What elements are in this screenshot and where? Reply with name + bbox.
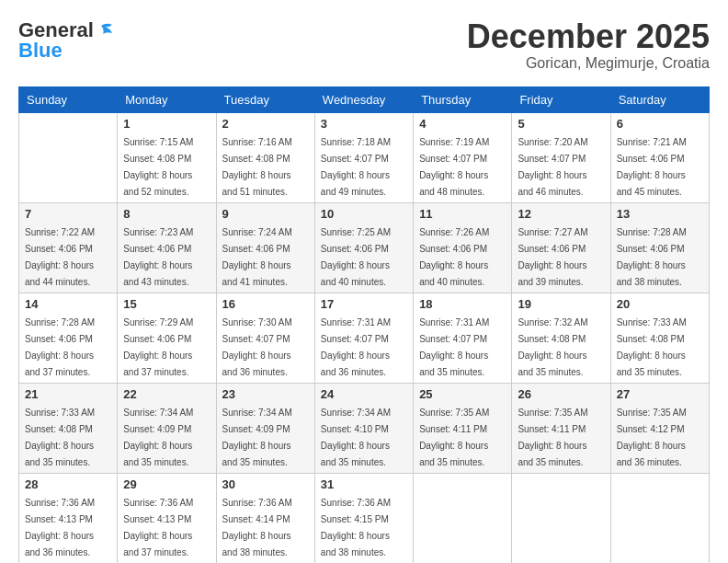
day-info: Sunrise: 7:34 AMSunset: 4:09 PMDaylight:… bbox=[222, 408, 292, 467]
calendar-cell bbox=[610, 473, 709, 563]
day-number: 23 bbox=[222, 387, 309, 401]
day-number: 6 bbox=[617, 117, 703, 131]
calendar-cell: 12 Sunrise: 7:27 AMSunset: 4:06 PMDaylig… bbox=[512, 202, 610, 293]
day-info: Sunrise: 7:26 AMSunset: 4:06 PMDaylight:… bbox=[419, 227, 489, 287]
day-info: Sunrise: 7:30 AMSunset: 4:07 PMDaylight:… bbox=[222, 317, 292, 377]
calendar-cell: 20 Sunrise: 7:33 AMSunset: 4:08 PMDaylig… bbox=[610, 293, 709, 383]
day-info: Sunrise: 7:35 AMSunset: 4:11 PMDaylight:… bbox=[419, 408, 489, 467]
day-number: 1 bbox=[123, 117, 210, 131]
day-info: Sunrise: 7:35 AMSunset: 4:11 PMDaylight:… bbox=[518, 408, 587, 467]
calendar-cell: 21 Sunrise: 7:33 AMSunset: 4:08 PMDaylig… bbox=[19, 383, 118, 473]
calendar-cell: 8 Sunrise: 7:23 AMSunset: 4:06 PMDayligh… bbox=[118, 202, 216, 293]
day-info: Sunrise: 7:31 AMSunset: 4:07 PMDaylight:… bbox=[321, 317, 391, 377]
day-number: 31 bbox=[321, 477, 407, 491]
month-title: December 2025 bbox=[467, 18, 710, 55]
calendar-cell: 24 Sunrise: 7:34 AMSunset: 4:10 PMDaylig… bbox=[314, 383, 413, 473]
calendar-cell: 22 Sunrise: 7:34 AMSunset: 4:09 PMDaylig… bbox=[118, 383, 216, 473]
dow-header: Saturday bbox=[610, 86, 709, 112]
calendar-cell: 26 Sunrise: 7:35 AMSunset: 4:11 PMDaylig… bbox=[512, 383, 610, 473]
day-info: Sunrise: 7:35 AMSunset: 4:12 PMDaylight:… bbox=[617, 408, 687, 467]
day-info: Sunrise: 7:34 AMSunset: 4:10 PMDaylight:… bbox=[321, 408, 391, 467]
day-number: 9 bbox=[222, 207, 309, 221]
calendar-week-row: 7 Sunrise: 7:22 AMSunset: 4:06 PMDayligh… bbox=[19, 202, 710, 293]
day-number: 4 bbox=[419, 117, 506, 131]
calendar-cell: 1 Sunrise: 7:15 AMSunset: 4:08 PMDayligh… bbox=[118, 112, 216, 202]
day-info: Sunrise: 7:22 AMSunset: 4:06 PMDaylight:… bbox=[25, 227, 95, 287]
logo-bird-icon bbox=[94, 22, 114, 39]
day-number: 12 bbox=[518, 207, 604, 221]
day-info: Sunrise: 7:36 AMSunset: 4:14 PMDaylight:… bbox=[222, 498, 292, 557]
day-info: Sunrise: 7:19 AMSunset: 4:07 PMDaylight:… bbox=[419, 137, 489, 197]
calendar-cell: 14 Sunrise: 7:28 AMSunset: 4:06 PMDaylig… bbox=[19, 293, 118, 383]
calendar-week-row: 28 Sunrise: 7:36 AMSunset: 4:13 PMDaylig… bbox=[19, 473, 710, 563]
day-number: 11 bbox=[419, 207, 506, 221]
day-number: 26 bbox=[518, 387, 604, 401]
day-number: 27 bbox=[617, 387, 703, 401]
day-number: 22 bbox=[123, 387, 210, 401]
day-info: Sunrise: 7:32 AMSunset: 4:08 PMDaylight:… bbox=[518, 317, 587, 377]
calendar-cell: 16 Sunrise: 7:30 AMSunset: 4:07 PMDaylig… bbox=[216, 293, 314, 383]
calendar-week-row: 21 Sunrise: 7:33 AMSunset: 4:08 PMDaylig… bbox=[19, 383, 710, 473]
calendar-cell: 23 Sunrise: 7:34 AMSunset: 4:09 PMDaylig… bbox=[216, 383, 314, 473]
day-info: Sunrise: 7:23 AMSunset: 4:06 PMDaylight:… bbox=[123, 227, 193, 287]
calendar-cell: 11 Sunrise: 7:26 AMSunset: 4:06 PMDaylig… bbox=[414, 202, 512, 293]
day-info: Sunrise: 7:28 AMSunset: 4:06 PMDaylight:… bbox=[617, 227, 687, 287]
day-number: 15 bbox=[123, 297, 210, 311]
calendar-cell: 18 Sunrise: 7:31 AMSunset: 4:07 PMDaylig… bbox=[414, 293, 512, 383]
day-info: Sunrise: 7:20 AMSunset: 4:07 PMDaylight:… bbox=[518, 137, 587, 197]
calendar-cell: 9 Sunrise: 7:24 AMSunset: 4:06 PMDayligh… bbox=[216, 202, 314, 293]
day-info: Sunrise: 7:33 AMSunset: 4:08 PMDaylight:… bbox=[617, 317, 687, 377]
day-number: 14 bbox=[25, 297, 111, 311]
calendar-table: SundayMondayTuesdayWednesdayThursdayFrid… bbox=[18, 86, 710, 563]
day-number: 25 bbox=[419, 387, 506, 401]
day-number: 29 bbox=[123, 477, 210, 491]
calendar-cell bbox=[19, 112, 118, 202]
title-section: December 2025 Gorican, Megimurje, Croati… bbox=[467, 18, 710, 72]
dow-header: Monday bbox=[118, 86, 216, 112]
calendar-cell bbox=[414, 473, 512, 563]
calendar-cell: 28 Sunrise: 7:36 AMSunset: 4:13 PMDaylig… bbox=[19, 473, 118, 563]
dow-header: Sunday bbox=[19, 86, 118, 112]
day-number: 16 bbox=[222, 297, 309, 311]
calendar-cell: 15 Sunrise: 7:29 AMSunset: 4:06 PMDaylig… bbox=[118, 293, 216, 383]
day-info: Sunrise: 7:18 AMSunset: 4:07 PMDaylight:… bbox=[321, 137, 391, 197]
day-number: 3 bbox=[321, 117, 407, 131]
calendar-cell bbox=[512, 473, 610, 563]
calendar-cell: 17 Sunrise: 7:31 AMSunset: 4:07 PMDaylig… bbox=[314, 293, 413, 383]
day-info: Sunrise: 7:27 AMSunset: 4:06 PMDaylight:… bbox=[518, 227, 587, 287]
logo-text-blue: Blue bbox=[18, 39, 63, 63]
day-info: Sunrise: 7:34 AMSunset: 4:09 PMDaylight:… bbox=[123, 408, 193, 467]
day-info: Sunrise: 7:31 AMSunset: 4:07 PMDaylight:… bbox=[419, 317, 489, 377]
day-number: 30 bbox=[222, 477, 309, 491]
day-number: 2 bbox=[222, 117, 309, 131]
day-number: 19 bbox=[518, 297, 604, 311]
calendar-cell: 29 Sunrise: 7:36 AMSunset: 4:13 PMDaylig… bbox=[118, 473, 216, 563]
day-number: 20 bbox=[617, 297, 703, 311]
calendar-cell: 6 Sunrise: 7:21 AMSunset: 4:06 PMDayligh… bbox=[610, 112, 709, 202]
day-number: 17 bbox=[321, 297, 407, 311]
calendar-cell: 5 Sunrise: 7:20 AMSunset: 4:07 PMDayligh… bbox=[512, 112, 610, 202]
calendar-cell: 7 Sunrise: 7:22 AMSunset: 4:06 PMDayligh… bbox=[19, 202, 118, 293]
calendar-cell: 25 Sunrise: 7:35 AMSunset: 4:11 PMDaylig… bbox=[414, 383, 512, 473]
dow-header: Wednesday bbox=[314, 86, 413, 112]
location: Gorican, Megimurje, Croatia bbox=[467, 55, 710, 72]
day-info: Sunrise: 7:36 AMSunset: 4:13 PMDaylight:… bbox=[123, 498, 193, 557]
dow-header: Tuesday bbox=[216, 86, 314, 112]
day-info: Sunrise: 7:36 AMSunset: 4:15 PMDaylight:… bbox=[321, 498, 391, 557]
calendar-cell: 4 Sunrise: 7:19 AMSunset: 4:07 PMDayligh… bbox=[414, 112, 512, 202]
day-info: Sunrise: 7:15 AMSunset: 4:08 PMDaylight:… bbox=[123, 137, 193, 197]
day-number: 13 bbox=[617, 207, 703, 221]
days-of-week-row: SundayMondayTuesdayWednesdayThursdayFrid… bbox=[19, 86, 710, 112]
day-number: 8 bbox=[123, 207, 210, 221]
day-number: 5 bbox=[518, 117, 604, 131]
day-info: Sunrise: 7:28 AMSunset: 4:06 PMDaylight:… bbox=[25, 317, 95, 377]
calendar-cell: 13 Sunrise: 7:28 AMSunset: 4:06 PMDaylig… bbox=[610, 202, 709, 293]
logo: General Blue bbox=[18, 18, 114, 63]
day-number: 7 bbox=[25, 207, 111, 221]
day-number: 28 bbox=[25, 477, 111, 491]
calendar-cell: 19 Sunrise: 7:32 AMSunset: 4:08 PMDaylig… bbox=[512, 293, 610, 383]
calendar-cell: 2 Sunrise: 7:16 AMSunset: 4:08 PMDayligh… bbox=[216, 112, 314, 202]
calendar-week-row: 14 Sunrise: 7:28 AMSunset: 4:06 PMDaylig… bbox=[19, 293, 710, 383]
day-info: Sunrise: 7:36 AMSunset: 4:13 PMDaylight:… bbox=[25, 498, 95, 557]
dow-header: Thursday bbox=[414, 86, 512, 112]
